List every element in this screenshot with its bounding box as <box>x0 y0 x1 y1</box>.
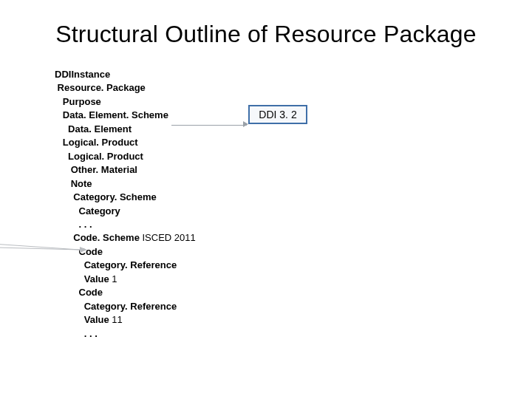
outline-line: Category. Scheme <box>55 191 196 204</box>
svg-marker-2 <box>80 247 87 253</box>
outline-label: Value <box>55 273 112 284</box>
pointer-arrow-icon <box>0 241 87 256</box>
outline-label: Value <box>55 314 112 325</box>
outline-line: Logical. Product <box>55 136 196 149</box>
outline-value: ISCED 2011 <box>142 232 195 243</box>
outline-line: Value 1 <box>55 273 196 286</box>
page-title: Structural Outline of Resource Package <box>0 21 532 48</box>
outline-line: Purpose <box>55 95 196 109</box>
outline-line: Code <box>55 286 196 299</box>
outline-line: Logical. Product <box>55 150 196 163</box>
outline-line: Category. Reference <box>55 259 196 272</box>
version-badge-label: DDI 3. 2 <box>259 109 296 120</box>
outline-line: Other. Material <box>55 163 196 177</box>
outline-line: . . . <box>55 327 196 341</box>
outline-line: Value 11 <box>55 313 196 327</box>
version-badge: DDI 3. 2 <box>248 105 307 124</box>
outline-line: Category <box>55 205 196 218</box>
outline-tree: DDIInstance Resource. Package Purpose Da… <box>55 68 196 341</box>
outline-line: Resource. Package <box>55 81 196 95</box>
outline-value: 11 <box>112 314 122 325</box>
connector-arrow-icon <box>171 118 247 126</box>
outline-line: . . . <box>55 218 196 231</box>
outline-line: Note <box>55 177 196 191</box>
outline-line: DDIInstance <box>55 68 196 81</box>
outline-line: Category. Reference <box>55 300 196 313</box>
outline-value: 1 <box>112 273 117 284</box>
